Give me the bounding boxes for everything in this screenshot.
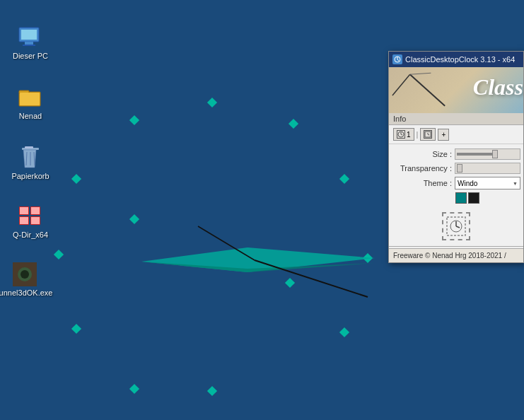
cdc-title-text: ClassicDesktopClock 3.13 - x64 (405, 55, 520, 64)
clock-small-icon-2 (424, 130, 432, 139)
clock-small-icon-1 (397, 130, 405, 139)
clock-btn-1[interactable]: 1 (393, 128, 414, 141)
diamond-11 (207, 386, 217, 396)
tunnel3d-label: tunnel3dOK.exe (0, 288, 52, 297)
diamond-9 (339, 327, 349, 337)
diamond-13 (285, 278, 295, 288)
svg-rect-16 (20, 207, 28, 214)
papierkorb-label: Papierkorb (11, 172, 49, 180)
svg-marker-24 (141, 262, 375, 272)
cdc-footer: Freeware © Nenad Hrg 2018-2021 / (389, 248, 523, 262)
separator-1: | (417, 130, 419, 139)
cdc-title-icon (392, 54, 402, 64)
cdc-window: ClassicDesktopClock 3.13 - x64 Class Inf… (388, 51, 524, 263)
size-control-row: Size : (392, 148, 520, 160)
tunnel3d-icon (12, 262, 37, 287)
diamond-2 (129, 115, 139, 125)
color-swatches (455, 192, 479, 204)
svg-line-26 (198, 226, 255, 260)
nenad-label: Nenad (19, 112, 42, 120)
diamond-1 (207, 98, 217, 107)
dieser-pc-icon (18, 25, 43, 50)
color-swatches-row (392, 192, 520, 204)
desktop-icon-tunnel3d[interactable]: tunnel3dOK.exe (0, 262, 50, 297)
cdc-clock-selector: 1 | + (389, 125, 523, 144)
swatch-dark[interactable] (468, 192, 479, 204)
desktop: Dieser PC Nenad Papierkorb (0, 0, 524, 420)
cdc-info-bar: Info (389, 113, 523, 125)
clock-visualization (106, 205, 375, 318)
clock-dashed-box (442, 212, 470, 240)
cdc-info-label: Info (393, 115, 406, 123)
desktop-icon-nenad[interactable]: Nenad (6, 85, 55, 120)
size-slider[interactable] (455, 148, 520, 160)
swatch-teal[interactable] (455, 192, 467, 204)
cdc-clock-icon-area (389, 208, 523, 245)
cdc-controls: Size : Transparency : Theme : Windo (389, 144, 523, 208)
svg-line-32 (410, 73, 431, 74)
cdc-banner-text: Class (473, 74, 523, 100)
svg-line-31 (392, 74, 410, 95)
dieser-pc-label: Dieser PC (13, 52, 48, 60)
svg-rect-18 (31, 207, 40, 214)
cdc-titlebar[interactable]: ClassicDesktopClock 3.13 - x64 (389, 52, 523, 67)
theme-value: Windo (458, 180, 477, 187)
cdc-footer-text: Freeware © Nenad Hrg 2018-2021 / (393, 252, 506, 259)
svg-marker-23 (141, 247, 375, 272)
theme-dropdown[interactable]: Windo ▼ (455, 177, 520, 189)
desktop-icon-qdir[interactable]: Q-Dir_x64 (6, 204, 55, 239)
clock-btn-add[interactable]: + (438, 129, 449, 141)
clock-btn-1-label: 1 (407, 131, 411, 139)
theme-label: Theme : (392, 179, 452, 187)
size-label: Size : (392, 150, 452, 158)
diamond-7 (363, 253, 373, 263)
svg-rect-8 (25, 146, 33, 148)
diamond-10 (129, 384, 139, 394)
transparency-control-row: Transparency : (392, 163, 520, 174)
svg-rect-17 (20, 217, 28, 224)
diamond-12 (129, 214, 139, 224)
theme-control-row: Theme : Windo ▼ (392, 177, 520, 189)
svg-line-30 (410, 74, 445, 106)
diamond-3 (289, 119, 298, 129)
clock-btn-2[interactable] (420, 128, 436, 141)
svg-rect-2 (25, 42, 33, 45)
svg-line-25 (255, 260, 368, 297)
diamond-5 (339, 174, 349, 184)
cdc-banner: Class (389, 67, 523, 113)
cdc-divider (389, 246, 523, 247)
desktop-icon-dieser-pc[interactable]: Dieser PC (6, 25, 55, 60)
nenad-icon (18, 85, 43, 110)
desktop-icon-papierkorb[interactable]: Papierkorb (6, 145, 55, 180)
svg-point-22 (21, 270, 29, 279)
svg-line-35 (401, 134, 402, 135)
transparency-label: Transparency : (392, 164, 452, 173)
svg-rect-1 (21, 30, 37, 40)
svg-rect-3 (23, 45, 35, 46)
add-clock-label: + (441, 131, 446, 139)
papierkorb-icon (18, 145, 43, 170)
svg-line-38 (428, 134, 429, 135)
diamond-8 (71, 324, 81, 334)
transparency-slider[interactable] (455, 163, 520, 174)
svg-rect-19 (31, 217, 40, 224)
svg-rect-6 (20, 93, 40, 105)
svg-line-42 (456, 226, 460, 228)
diamond-4 (71, 174, 81, 184)
qdir-icon (18, 204, 43, 229)
qdir-label: Q-Dir_x64 (13, 231, 48, 239)
diamond-6 (54, 250, 64, 259)
dropdown-arrow-icon: ▼ (513, 181, 518, 186)
svg-line-29 (397, 59, 399, 61)
